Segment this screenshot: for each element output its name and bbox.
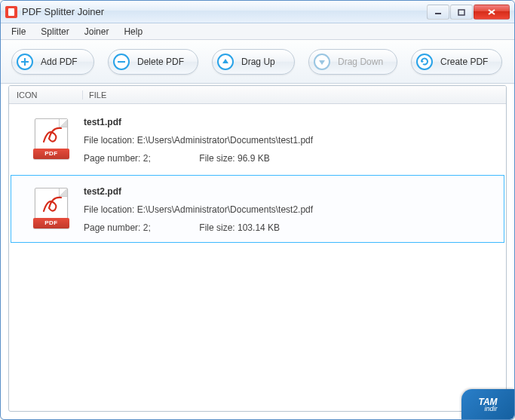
file-info: test2.pdf File location: E:\Users\Admini… xyxy=(84,186,496,233)
file-name: test2.pdf xyxy=(84,186,496,197)
minus-icon xyxy=(113,54,130,70)
header-icon[interactable]: ICON xyxy=(9,90,83,100)
drag-down-button[interactable]: Drag Down xyxy=(308,49,397,75)
file-size: File size: 103.14 KB xyxy=(199,222,280,233)
header-file[interactable]: FILE xyxy=(83,90,506,100)
file-row[interactable]: PDF test1.pdf File location: E:\Users\Ad… xyxy=(11,106,504,173)
file-icon-cell: PDF xyxy=(19,117,84,164)
file-meta: Page number: 2; File size: 103.14 KB xyxy=(84,222,496,233)
close-icon xyxy=(487,8,496,16)
arrow-up-icon xyxy=(217,54,234,70)
svg-rect-1 xyxy=(458,10,464,15)
window-title: PDF Splitter Joiner xyxy=(22,6,427,17)
minimize-button[interactable] xyxy=(427,5,449,20)
plus-icon xyxy=(17,54,33,70)
window-controls xyxy=(427,5,510,20)
menu-help[interactable]: Help xyxy=(116,25,150,38)
delete-pdf-label: Delete PDF xyxy=(137,57,184,67)
add-pdf-button[interactable]: Add PDF xyxy=(11,49,94,75)
list-header: ICON FILE xyxy=(9,86,506,104)
delete-pdf-button[interactable]: Delete PDF xyxy=(108,49,198,75)
drag-down-label: Drag Down xyxy=(338,57,383,67)
menu-joiner[interactable]: Joiner xyxy=(77,25,117,38)
pdf-badge-label: PDF xyxy=(33,149,69,159)
drag-up-button[interactable]: Drag Up xyxy=(212,49,295,75)
file-page-count: Page number: 2; xyxy=(84,222,197,233)
pdf-badge-label: PDF xyxy=(33,218,69,228)
file-name: test1.pdf xyxy=(84,117,496,127)
create-pdf-button[interactable]: Create PDF xyxy=(411,49,502,75)
file-location: File location: E:\Users\Administrator\Do… xyxy=(84,135,496,146)
toolbar: Add PDF Delete PDF Drag Up Drag Down Cre… xyxy=(1,40,514,84)
adobe-swirl-icon xyxy=(41,124,64,145)
file-meta: Page number: 2; File size: 96.9 KB xyxy=(84,153,496,164)
close-button[interactable] xyxy=(474,5,510,20)
add-pdf-label: Add PDF xyxy=(41,57,78,67)
titlebar[interactable]: PDF Splitter Joiner xyxy=(1,1,514,23)
menu-splitter[interactable]: Splitter xyxy=(33,25,76,38)
file-info: test1.pdf File location: E:\Users\Admini… xyxy=(84,117,496,164)
file-row[interactable]: PDF test2.pdf File location: E:\Users\Ad… xyxy=(11,175,504,243)
arrow-down-icon xyxy=(314,54,330,70)
file-size: File size: 96.9 KB xyxy=(199,153,269,164)
menu-file[interactable]: File xyxy=(4,25,33,38)
refresh-icon xyxy=(416,54,433,70)
drag-up-label: Drag Up xyxy=(241,57,275,67)
create-pdf-label: Create PDF xyxy=(440,57,488,67)
file-page-count: Page number: 2; xyxy=(84,153,197,164)
app-icon xyxy=(5,6,17,18)
app-window: PDF Splitter Joiner File Splitter Joiner… xyxy=(0,0,515,420)
file-list-panel: ICON FILE PDF test1.pdf File location: E… xyxy=(8,85,507,412)
maximize-icon xyxy=(458,8,465,16)
file-location: File location: E:\Users\Administrator\Do… xyxy=(84,204,496,215)
pdf-file-icon: PDF xyxy=(33,118,69,161)
watermark-badge: TAM indir xyxy=(461,389,514,419)
minimize-icon xyxy=(434,8,442,16)
pdf-file-icon: PDF xyxy=(33,188,69,230)
menubar: File Splitter Joiner Help xyxy=(1,23,514,40)
maximize-button[interactable] xyxy=(450,5,473,20)
file-icon-cell: PDF xyxy=(19,186,84,233)
file-rows-container: PDF test1.pdf File location: E:\Users\Ad… xyxy=(9,106,506,243)
adobe-swirl-icon xyxy=(41,193,64,214)
